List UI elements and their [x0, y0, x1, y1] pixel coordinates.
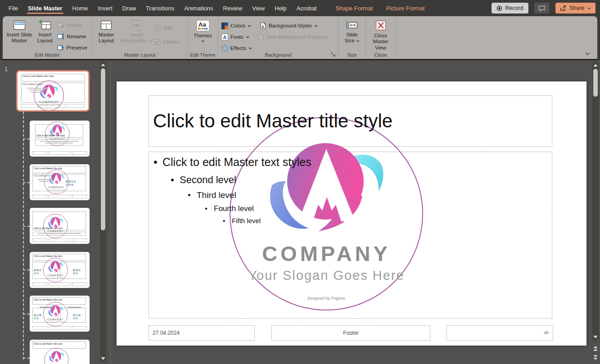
tab-transitions[interactable]: Transitions — [141, 1, 179, 16]
preserve-button[interactable]: Preserve — [56, 43, 89, 53]
scroll-down-icon[interactable] — [101, 357, 105, 360]
thumbnail-layout-title-and-content[interactable]: COMPANY Your Slogan Goes Here Designed b… — [30, 164, 90, 200]
next-slide-button[interactable] — [592, 354, 599, 361]
checkbox-checked-icon — [154, 39, 160, 45]
tab-slide-master[interactable]: Slide Master — [23, 1, 68, 16]
rename-button[interactable]: Rename — [56, 31, 89, 41]
thumb-title-placeholder: Click to edit Master title style — [32, 211, 86, 230]
body-placeholder[interactable]: •Click to edit Master text styles •Secon… — [149, 152, 552, 319]
insert-slide-master-button[interactable]: Insert Slide Master — [5, 18, 34, 54]
thumb-footer-row — [21, 104, 85, 108]
thumb-content-icons — [73, 269, 81, 271]
group-master-layout: Master Layout Insert Placeholder Title F… — [92, 16, 188, 59]
layout-tree-stub — [23, 182, 30, 183]
colors-dropdown[interactable]: Colors — [220, 20, 253, 31]
chevron-down-icon — [248, 47, 252, 49]
svg-text:A: A — [223, 34, 227, 40]
thumbnail-layout-comparison[interactable]: COMPANY Your Slogan Goes Here Designed b… — [30, 296, 90, 332]
themes-label: Themes — [194, 33, 212, 39]
title-checkbox: Title — [154, 23, 180, 33]
tab-help[interactable]: Help — [270, 1, 292, 16]
slide-canvas[interactable]: COMPANY Your Slogan Goes Here Designed b… — [117, 81, 586, 346]
group-label-edit-master: Edit Master — [3, 52, 92, 58]
thumbnail-layout-title-only[interactable]: COMPANY Your Slogan Goes Here Designed b… — [30, 340, 90, 364]
previous-slide-button[interactable] — [592, 345, 599, 352]
thumb-logo: COMPANY Your Slogan Goes Here Designed b… — [44, 348, 69, 364]
slide-number-placeholder[interactable]: ‹#› — [447, 325, 553, 341]
master-layout-button[interactable]: Master Layout — [94, 18, 118, 54]
thumb-title-placeholder: Click to edit Master title style — [32, 297, 86, 305]
tab-picture-format[interactable]: Picture Format — [381, 1, 429, 16]
scroll-down-icon[interactable] — [593, 336, 598, 338]
group-label-background: Background — [218, 52, 338, 58]
scroll-up-icon[interactable] — [101, 63, 105, 66]
comment-icon — [538, 5, 546, 11]
background-styles-dropdown[interactable]: Background Styles — [258, 20, 328, 31]
thumbnail-layout-two-content[interactable]: COMPANY Your Slogan Goes Here Designed b… — [30, 252, 90, 288]
collapse-ribbon-chevron-icon[interactable] — [585, 52, 590, 55]
dialog-launcher-icon[interactable] — [330, 52, 336, 57]
tab-home[interactable]: Home — [68, 1, 93, 16]
close-master-view-label: Close Master View — [369, 33, 392, 51]
background-styles-icon — [259, 22, 266, 29]
thumb-content-icons — [73, 317, 78, 319]
tab-file[interactable]: File — [4, 1, 23, 16]
bullet-level-1: •Click to edit Master text styles — [153, 156, 552, 169]
colors-label: Colors — [230, 23, 245, 28]
themes-button[interactable]: Aa Themes — [190, 18, 216, 54]
insert-layout-button[interactable]: Insert Layout — [34, 18, 56, 54]
thumb-footer-row — [32, 238, 87, 242]
thumb-title-placeholder: Click to edit Master title style — [32, 166, 86, 173]
bullet-level-3: •Third level — [188, 190, 552, 200]
insert-layout-icon — [39, 20, 51, 31]
thumb-footer-row — [32, 151, 87, 155]
ribbon-spacer — [396, 16, 597, 59]
thumbnail-scrollbar[interactable] — [100, 61, 106, 362]
layout-tree-stub — [23, 358, 30, 359]
tab-review[interactable]: Review — [218, 1, 248, 16]
logo-credit-text: Designed by Pngtree — [34, 108, 64, 109]
editor-scrollbar[interactable] — [592, 62, 599, 341]
thumbnail-scrollbar-thumb[interactable] — [101, 68, 105, 230]
thumb-footer-row — [32, 195, 87, 198]
bullet-level-5: •Fifth level — [223, 217, 552, 225]
close-master-view-button[interactable]: Close Master View — [368, 18, 393, 54]
date-placeholder[interactable]: 27.04.2024 — [149, 325, 255, 341]
thumbnail-layout-title-slide[interactable]: COMPANY Your Slogan Goes Here Designed b… — [30, 121, 90, 157]
thumb-body-placeholder: Click to edit Master text styles — [32, 174, 86, 191]
panel-divider[interactable] — [110, 60, 111, 364]
tab-shape-format[interactable]: Shape Format — [331, 1, 378, 16]
group-label-close: Close — [366, 52, 395, 58]
slide-size-icon — [345, 20, 359, 31]
record-button[interactable]: Record — [492, 3, 528, 13]
thumbnail-layout-section-header[interactable]: COMPANY Your Slogan Goes Here Designed b… — [30, 208, 90, 244]
record-label: Record — [505, 5, 523, 11]
thumb-content-icons — [73, 314, 81, 316]
tab-view[interactable]: View — [247, 1, 270, 16]
footer-placeholder[interactable]: Footer — [271, 325, 430, 341]
tab-animations[interactable]: Animations — [179, 1, 218, 16]
comments-button[interactable] — [534, 3, 550, 13]
share-button[interactable]: Share — [555, 3, 595, 13]
thumbnail-slide-master[interactable]: COMPANY Your Slogan Goes Here Designed b… — [16, 70, 90, 112]
logo-credit-text: Designed by Pngtree — [43, 237, 68, 237]
tab-acrobat[interactable]: Acrobat — [292, 1, 322, 16]
fonts-dropdown[interactable]: A Fonts — [220, 31, 253, 42]
chevron-down-icon — [149, 40, 152, 42]
insert-slide-master-label: Insert Slide Master — [5, 32, 33, 44]
master-layout-icon — [100, 20, 113, 31]
rename-icon — [57, 33, 64, 40]
title-placeholder[interactable]: Click to edit Master title style — [149, 95, 552, 147]
scroll-up-icon[interactable] — [593, 64, 598, 67]
insert-placeholder-label: Insert Placeholder — [119, 32, 153, 44]
slide-size-button[interactable]: Slide Size — [340, 18, 364, 54]
layout-tree-stub — [23, 226, 30, 227]
tab-insert[interactable]: Insert — [93, 1, 117, 16]
thumb-content-icons — [73, 272, 78, 274]
tab-draw[interactable]: Draw — [117, 1, 141, 16]
hide-background-graphics-label: Hide Background Graphics — [266, 34, 328, 40]
thumb-content-icons — [34, 317, 39, 319]
layout-tree-line — [23, 112, 24, 360]
thumb-content-icons — [34, 269, 41, 271]
editor-scrollbar-thumb[interactable] — [593, 69, 598, 97]
